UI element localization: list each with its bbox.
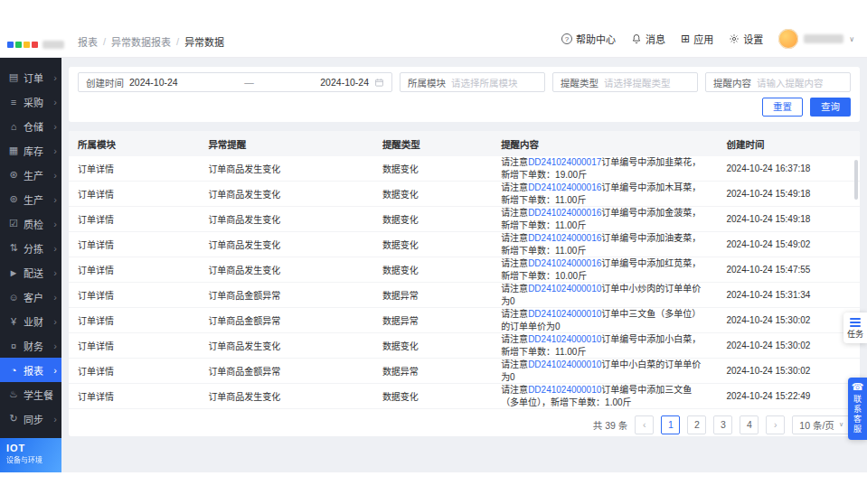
sidebar-item-inventory[interactable]: ▦ 库存 › [0, 138, 61, 163]
iot-banner[interactable]: IOT 设备与环境 [0, 438, 61, 472]
column-module: 所属模块 [69, 137, 199, 151]
next-page-button[interactable]: › [766, 415, 785, 434]
messages-button[interactable]: 消息 [631, 32, 665, 46]
logo-square-green [15, 42, 22, 48]
sidebar-item-sync[interactable]: ↻ 同步 › [0, 406, 61, 431]
user-menu[interactable]: ∨ [778, 29, 854, 49]
prev-page-button[interactable]: ‹ [635, 415, 654, 434]
contact-label: 联系客服 [852, 395, 863, 434]
iot-subtitle: 设备与环境 [6, 454, 55, 464]
table-row: 订单详情 订单商品发生变化 数据变化 请注意DD241024000017订单编号… [69, 156, 860, 182]
tasks-float-button[interactable]: 任务 [843, 313, 867, 343]
order-number-link[interactable]: DD241024000016 [528, 182, 601, 192]
sidebar: ▤ 订单 › ≡ 采购 › ⌂ 仓储 › ▦ 库存 › ⊛ 生产 › ⊚ 生产 … [0, 58, 61, 472]
search-button[interactable]: 查询 [810, 98, 851, 117]
content-prefix: 请注意 [501, 359, 528, 369]
phone-icon: ☎ [852, 382, 864, 392]
main-content: 创建时间 2024-10-24 — 2024-10-24 所属模块 请选择所属模… [61, 58, 867, 472]
chevron-right-icon: › [53, 219, 57, 229]
sidebar-item-customers[interactable]: ☺ 客户 › [0, 285, 61, 309]
sidebar-item-production-1[interactable]: ⊛ 生产 › [0, 163, 61, 187]
date-start-value[interactable]: 2024-10-24 [129, 77, 178, 88]
sidebar-item-label: 订单 [24, 70, 43, 85]
messages-label: 消息 [646, 32, 665, 46]
chevron-right-icon: › [53, 316, 57, 327]
filter-panel: 创建时间 2024-10-24 — 2024-10-24 所属模块 请选择所属模… [69, 67, 860, 122]
inventory-icon: ▦ [8, 145, 19, 156]
cell-content: 请注意DD241024000016订单编号中添加金菠菜，新增下单数：11.00斤 [492, 207, 717, 231]
orders-icon: ▤ [8, 71, 19, 83]
order-number-link[interactable]: DD241024000016 [528, 208, 601, 218]
sidebar-item-finance[interactable]: ¤ 财务 › [0, 333, 61, 358]
cell-type: 数据异常 [373, 313, 492, 327]
sidebar-item-label: 业财 [24, 314, 43, 329]
order-number-link[interactable]: DD241024000010 [528, 359, 601, 369]
page-button-1[interactable]: 1 [661, 415, 680, 434]
gear-icon [729, 33, 740, 44]
order-number-link[interactable]: DD241024000010 [528, 334, 601, 344]
chevron-right-icon: › [53, 72, 57, 83]
cell-alert: 订单商品发生变化 [199, 212, 373, 226]
reset-button[interactable]: 重置 [762, 98, 803, 117]
sidebar-item-label: 客户 [24, 290, 43, 304]
breadcrumb: 报表 / 异常数据报表 / 异常数据 [78, 34, 224, 49]
page-list: 1234 [661, 415, 759, 434]
date-range-picker[interactable]: 创建时间 2024-10-24 — 2024-10-24 [78, 72, 392, 92]
cell-content: 请注意DD241024000010订单编号中添加小白菜，新增下单数：11.00斤 [492, 333, 717, 358]
alert-content-input[interactable]: 提醒内容 请输入提醒内容 [705, 72, 851, 92]
cell-type: 数据变化 [373, 187, 492, 201]
order-number-link[interactable]: DD241024000016 [528, 233, 601, 243]
alert-type-select[interactable]: 提醒类型 请选择提醒类型 [552, 72, 698, 92]
sidebar-item-warehouse[interactable]: ⌂ 仓储 › [0, 114, 61, 138]
cell-alert: 订单商品发生变化 [199, 263, 373, 276]
order-number-link[interactable]: DD241024000016 [528, 258, 601, 268]
table-row: 订单详情 订单商品发生变化 数据变化 请注意DD241024000010订单编号… [69, 384, 860, 409]
finance-icon: ¤ [8, 341, 19, 351]
date-end-value[interactable]: 2024-10-24 [320, 77, 369, 88]
page-size-select[interactable]: 10 条/页 ∨ [792, 415, 851, 434]
contact-float-button[interactable]: ☎ 联系客服 [848, 378, 867, 440]
sidebar-item-sorting[interactable]: ⇅ 分拣 › [0, 236, 61, 260]
sidebar-item-procurement[interactable]: ≡ 采购 › [0, 89, 61, 114]
topbar-actions: ? 帮助中心 消息 ⊞ 应用 设置 ∨ [561, 29, 854, 49]
column-time: 创建时间 [718, 137, 861, 151]
sidebar-item-student-meals[interactable]: ♨ 学生餐 › [0, 382, 61, 406]
sidebar-item-quality[interactable]: ☑ 质检 › [0, 211, 61, 236]
cell-content: 请注意DD241024000016订单编号中添加红苋菜，新增下单数：10.00斤 [492, 257, 717, 282]
settings-button[interactable]: 设置 [729, 32, 763, 46]
order-number-link[interactable]: DD241024000010 [528, 284, 601, 294]
module-select[interactable]: 所属模块 请选择所属模块 [400, 72, 545, 92]
sidebar-item-delivery[interactable]: ► 配送 › [0, 260, 61, 285]
apps-button[interactable]: ⊞ 应用 [681, 32, 713, 46]
cell-module: 订单详情 [69, 263, 199, 276]
sidebar-item-production-2[interactable]: ⊚ 生产 › [0, 187, 61, 211]
page-button-2[interactable]: 2 [687, 415, 706, 434]
table-row: 订单详情 订单商品发生变化 数据变化 请注意DD241024000016订单编号… [69, 232, 860, 257]
sidebar-item-business-finance[interactable]: ¥ 业财 › [0, 309, 61, 333]
chevron-right-icon: › [53, 243, 57, 254]
chevron-right-icon: › [53, 365, 57, 376]
breadcrumb-reports[interactable]: 报表 [78, 34, 98, 49]
scrollbar-thumb[interactable] [854, 160, 858, 200]
order-number-link[interactable]: DD241024000010 [528, 309, 601, 319]
sidebar-item-label: 报表 [24, 363, 43, 378]
sidebar-item-reports[interactable]: ◔ 报表 › [0, 358, 61, 382]
page-button-3[interactable]: 3 [713, 415, 732, 434]
page-button-4[interactable]: 4 [740, 415, 759, 434]
cell-time: 2024-10-24 15:22:49 [718, 391, 861, 401]
cell-module: 订单详情 [69, 288, 199, 302]
order-number-link[interactable]: DD241024000010 [528, 385, 601, 395]
help-center-button[interactable]: ? 帮助中心 [561, 32, 616, 46]
cell-type: 数据变化 [373, 238, 492, 251]
sidebar-item-label: 生产 [24, 168, 43, 182]
order-number-link[interactable]: DD241024000017 [528, 157, 601, 167]
content-prefix: 请注意 [501, 334, 528, 344]
breadcrumb-exception-report[interactable]: 异常数据报表 [111, 34, 171, 49]
sidebar-item-orders[interactable]: ▤ 订单 › [0, 65, 61, 89]
settings-label: 设置 [743, 32, 763, 46]
cell-module: 订单详情 [69, 187, 199, 201]
sidebar-item-label: 生产 [24, 192, 43, 207]
sidebar-item-label: 同步 [24, 412, 43, 426]
cell-module: 订单详情 [69, 389, 199, 403]
cell-type: 数据异常 [373, 364, 492, 378]
